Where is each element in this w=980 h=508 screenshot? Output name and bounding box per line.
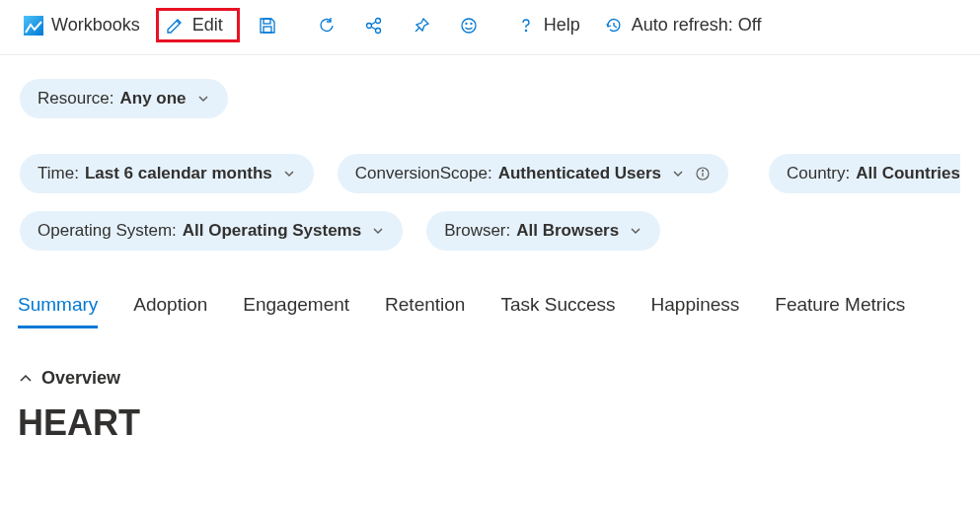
svg-line-6 — [371, 22, 376, 25]
filter-section: Resource: Any one Time: Last 6 calendar … — [0, 55, 980, 294]
history-icon — [604, 16, 624, 36]
filter-value: All Countries — [856, 164, 960, 183]
svg-point-4 — [375, 18, 380, 23]
filter-label: Time: — [38, 164, 79, 183]
svg-line-8 — [415, 28, 419, 32]
svg-point-5 — [375, 28, 380, 33]
autorefresh-button[interactable]: Auto refresh: Off — [596, 11, 770, 39]
time-filter[interactable]: Time: Last 6 calendar months — [20, 154, 314, 193]
filter-label: ConversionScope: — [355, 164, 492, 183]
workbooks-label: Workbooks — [51, 15, 140, 36]
overview-section-toggle[interactable]: Overview — [18, 368, 962, 389]
svg-point-10 — [466, 23, 467, 24]
filter-value: Any one — [119, 89, 186, 109]
workbooks-button[interactable]: Workbooks — [16, 11, 148, 39]
filter-value: Last 6 calendar months — [85, 164, 272, 183]
chevron-down-icon — [282, 167, 296, 181]
feedback-button[interactable] — [449, 12, 489, 39]
tab-retention[interactable]: Retention — [385, 294, 465, 328]
tab-happiness[interactable]: Happiness — [651, 294, 740, 328]
toolbar: Workbooks Edit Help — [0, 0, 980, 55]
svg-line-7 — [371, 27, 376, 30]
filter-label: Browser: — [444, 221, 510, 241]
question-icon — [516, 16, 536, 36]
save-icon — [258, 16, 277, 36]
pin-button[interactable] — [402, 12, 441, 39]
share-icon — [364, 16, 384, 36]
refresh-button[interactable] — [307, 12, 346, 39]
workbooks-icon — [24, 16, 43, 36]
help-button[interactable]: Help — [508, 11, 588, 39]
edit-button[interactable]: Edit — [156, 8, 240, 42]
refresh-icon — [317, 16, 337, 36]
filter-value: All Operating Systems — [183, 221, 361, 241]
tab-feature-metrics[interactable]: Feature Metrics — [775, 294, 905, 328]
edit-label: Edit — [192, 15, 223, 36]
pencil-icon — [165, 16, 185, 36]
filter-label: Resource: — [38, 89, 113, 109]
tab-adoption[interactable]: Adoption — [133, 294, 207, 328]
filter-label: Operating System: — [38, 221, 177, 241]
tabs: Summary Adoption Engagement Retention Ta… — [0, 294, 980, 328]
chevron-down-icon — [671, 167, 685, 181]
page-title: HEART — [18, 402, 962, 444]
browser-filter[interactable]: Browser: All Browsers — [426, 211, 660, 251]
content: Overview HEART — [0, 328, 980, 464]
svg-point-11 — [471, 23, 472, 24]
autorefresh-label: Auto refresh: Off — [632, 15, 762, 36]
chevron-down-icon — [371, 224, 385, 238]
svg-point-3 — [366, 23, 371, 28]
chevron-down-icon — [629, 224, 642, 238]
os-filter[interactable]: Operating System: All Operating Systems — [20, 211, 403, 251]
help-label: Help — [544, 15, 580, 36]
chevron-up-icon — [18, 371, 34, 387]
svg-point-12 — [525, 30, 526, 31]
tab-summary[interactable]: Summary — [18, 294, 98, 328]
svg-point-15 — [703, 171, 704, 172]
share-button[interactable] — [354, 12, 394, 39]
filter-label: Country: — [787, 164, 850, 183]
tab-task-success[interactable]: Task Success — [500, 294, 615, 328]
filter-value: All Browsers — [516, 221, 619, 241]
pin-icon — [412, 16, 431, 36]
filter-value: Authenticated Users — [498, 164, 661, 183]
resource-filter[interactable]: Resource: Any one — [20, 79, 228, 118]
smiley-icon — [459, 16, 479, 36]
svg-rect-1 — [264, 19, 270, 24]
conversionscope-filter[interactable]: ConversionScope: Authenticated Users — [338, 154, 728, 193]
country-filter[interactable]: Country: All Countries — [769, 154, 960, 193]
tab-engagement[interactable]: Engagement — [243, 294, 349, 328]
save-button[interactable] — [248, 12, 287, 39]
section-title: Overview — [41, 368, 120, 389]
info-icon[interactable] — [695, 166, 711, 181]
chevron-down-icon — [196, 92, 210, 106]
svg-rect-2 — [264, 27, 271, 33]
svg-point-9 — [462, 19, 476, 33]
